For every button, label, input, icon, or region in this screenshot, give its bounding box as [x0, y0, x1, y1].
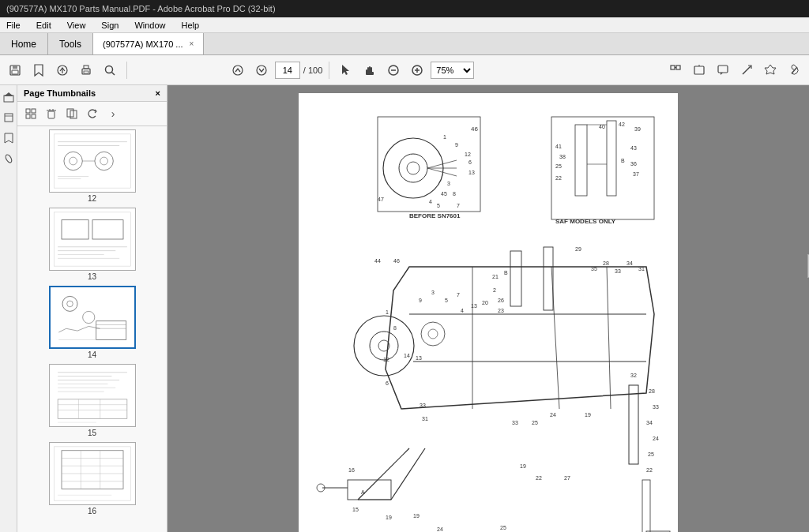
tab-tools[interactable]: Tools	[48, 33, 93, 54]
tab-close-button[interactable]: ×	[190, 39, 194, 48]
fit-page-button[interactable]	[665, 60, 686, 81]
page-number-input[interactable]: 14	[275, 62, 300, 79]
svg-rect-40	[26, 109, 30, 113]
svg-text:BEFORE SN7601: BEFORE SN7601	[409, 212, 461, 219]
svg-line-31	[743, 66, 751, 74]
svg-rect-43	[32, 114, 36, 118]
svg-text:19: 19	[585, 412, 591, 418]
svg-text:33: 33	[420, 403, 426, 408]
attach-button[interactable]	[784, 60, 804, 81]
upload-button[interactable]	[52, 60, 73, 81]
stamp-button[interactable]	[760, 60, 781, 81]
svg-rect-29	[718, 66, 728, 73]
svg-text:9: 9	[419, 298, 422, 303]
pen-icon	[740, 64, 753, 77]
rotate-button[interactable]	[689, 60, 709, 81]
zoom-in-button[interactable]	[407, 60, 427, 81]
svg-text:3: 3	[431, 290, 435, 295]
panel-close-button[interactable]: ×	[156, 88, 160, 98]
svg-text:13: 13	[468, 170, 475, 175]
svg-line-33	[792, 67, 797, 73]
left-layers-icon[interactable]	[2, 111, 16, 125]
panel-rotate-button[interactable]	[84, 105, 101, 122]
svg-text:7: 7	[457, 292, 460, 298]
thumbnail-16[interactable]: 16	[49, 442, 136, 515]
thumbnail-img-15[interactable]	[49, 364, 136, 427]
svg-text:24: 24	[550, 412, 556, 418]
left-attach-icon[interactable]	[2, 152, 16, 166]
save-icon	[9, 64, 21, 77]
tab-document-label: (907577A) MX170 ...	[103, 39, 183, 49]
panel-more-button[interactable]: ›	[104, 105, 122, 122]
svg-rect-25	[676, 66, 680, 69]
svg-text:19: 19	[386, 515, 392, 520]
cursor-tool-button[interactable]	[336, 60, 356, 81]
svg-marker-3	[35, 65, 43, 76]
svg-text:25: 25	[500, 525, 506, 530]
menu-view[interactable]: View	[64, 21, 89, 30]
svg-text:34: 34	[646, 420, 653, 425]
panel-delete-button[interactable]	[43, 105, 60, 122]
svg-text:1: 1	[386, 309, 389, 315]
thumbnail-14[interactable]: 14	[49, 286, 136, 359]
svg-text:20: 20	[482, 300, 488, 305]
search-button[interactable]	[100, 60, 120, 81]
menu-help[interactable]: Help	[179, 21, 203, 30]
left-home-icon[interactable]	[2, 90, 16, 104]
menu-window[interactable]: Window	[131, 21, 168, 30]
svg-point-12	[257, 66, 266, 75]
panel-grid-button[interactable]	[22, 105, 40, 122]
toolbar: 14 / 100 75% 50% 100% 125%	[0, 55, 809, 85]
svg-rect-77	[50, 365, 134, 426]
thumbnail-15[interactable]: 15	[49, 364, 136, 437]
thumbnail-img-16[interactable]	[49, 442, 136, 505]
zoom-select[interactable]: 75% 50% 100% 125%	[431, 62, 474, 79]
pen-button[interactable]	[736, 60, 757, 81]
svg-rect-14	[367, 67, 369, 73]
zoom-out-button[interactable]	[383, 60, 404, 81]
thumbnail-13[interactable]: 13	[49, 208, 136, 281]
thumbnail-12[interactable]: 12	[49, 129, 136, 203]
zoom-in-icon	[411, 64, 423, 77]
svg-text:33: 33	[512, 420, 518, 425]
bookmark-button[interactable]	[28, 60, 49, 81]
svg-rect-44	[48, 111, 55, 118]
svg-text:26: 26	[498, 298, 504, 303]
svg-point-39	[4, 154, 13, 164]
print-button[interactable]	[76, 60, 96, 81]
svg-text:6: 6	[386, 380, 389, 386]
save-button[interactable]	[5, 60, 25, 81]
page-down-button[interactable]	[251, 60, 272, 81]
comment-button[interactable]	[713, 60, 733, 81]
tab-home[interactable]: Home	[0, 33, 48, 54]
svg-text:4: 4	[461, 308, 464, 313]
thumbnail-img-14[interactable]	[49, 286, 136, 349]
nav-section: 14 / 100 75% 50% 100% 125%	[228, 60, 474, 81]
left-bookmark-icon[interactable]	[2, 131, 16, 145]
rotate-icon	[693, 64, 706, 77]
svg-text:24: 24	[653, 436, 659, 441]
menu-file[interactable]: File	[3, 21, 24, 30]
panel-extract-button[interactable]	[63, 105, 81, 122]
menu-edit[interactable]: Edit	[33, 21, 55, 30]
svg-rect-18	[366, 72, 374, 75]
tab-document[interactable]: (907577A) MX170 ... ×	[93, 33, 204, 54]
thumbnail-img-13[interactable]	[49, 208, 136, 271]
hand-icon	[363, 64, 376, 77]
svg-line-10	[112, 72, 115, 75]
svg-text:13: 13	[416, 355, 422, 361]
svg-text:22: 22	[646, 467, 653, 473]
left-icon-strip	[0, 85, 17, 532]
menu-sign[interactable]: Sign	[98, 21, 122, 30]
hand-tool-button[interactable]	[359, 60, 380, 81]
page-up-button[interactable]	[228, 60, 248, 81]
menu-bar: File Edit View Sign Window Help	[0, 17, 809, 33]
svg-marker-38	[5, 133, 13, 143]
svg-text:44: 44	[374, 258, 381, 264]
thumbnail-img-12[interactable]	[49, 129, 136, 193]
svg-marker-30	[721, 73, 723, 75]
svg-text:5: 5	[437, 203, 440, 208]
svg-text:8: 8	[393, 325, 397, 331]
thumbnails-container[interactable]: 12 13	[17, 126, 167, 532]
svg-text:SAF MODELS ONLY: SAF MODELS ONLY	[555, 218, 616, 225]
